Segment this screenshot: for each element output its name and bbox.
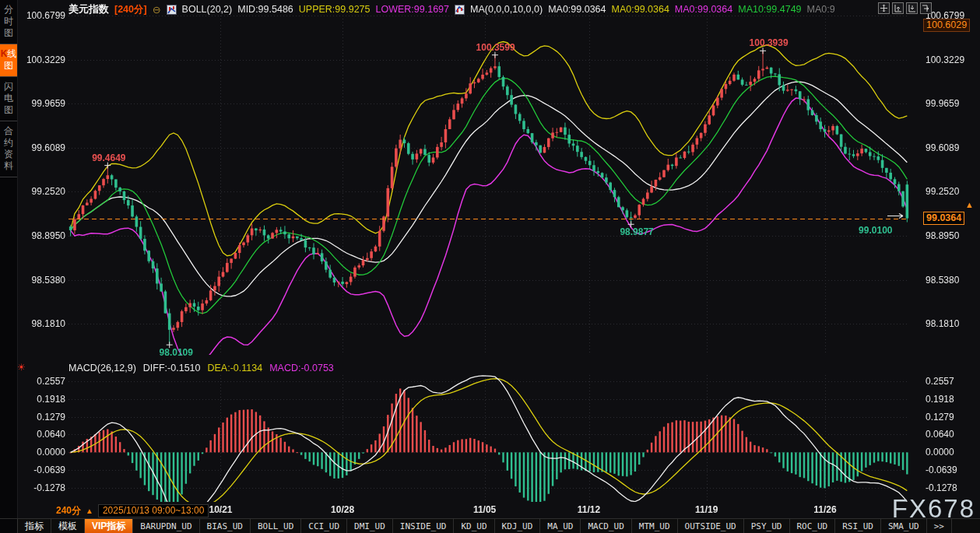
status-period-label[interactable]: 240分 [56, 504, 81, 517]
indicator-settings-icon[interactable]: ☀ [17, 362, 26, 373]
boll-lower-value: LOWER:99.1697 [376, 4, 450, 15]
app-window: 100.6799100.6799100.3229100.322999.96599… [0, 0, 980, 533]
indicator-tab[interactable]: KDJ_UD [495, 519, 541, 533]
session-range-box: 2025/10/13 09:00~13:00 [98, 504, 209, 517]
period-up-triangle-icon: ▲ [86, 507, 93, 515]
indicator-tab[interactable]: ROC_UD [790, 519, 836, 533]
chart-canvas[interactable] [0, 0, 980, 533]
compress-axis-icon[interactable] [892, 2, 904, 14]
chart-tools [878, 2, 932, 14]
indicator-tab-strip: BARUPDN_UDBIAS_UDBOLL_UDCCI_UDDMI_UDINSI… [133, 519, 926, 533]
macd-legend: MACD(26,12,9) DIFF:-0.1510 DEA:-0.1134 M… [68, 363, 334, 373]
tab-template[interactable]: 模板 [51, 519, 85, 533]
boll-indicator-icon[interactable] [167, 5, 177, 15]
indicator-tab[interactable]: BARUPDN_UD [133, 519, 199, 533]
sidebar-item-contract-info[interactable]: 合约资料 [0, 121, 17, 177]
indicator-tab[interactable]: BOLL_UD [251, 519, 301, 533]
ma0-yellow-value: MA0:99.0364 [612, 4, 669, 15]
ma0-grey-value: MA0:9 [807, 4, 835, 15]
macd-macd-value: MACD:-0.0753 [269, 363, 334, 373]
indicator-tab[interactable]: OUTSIDE_UD [678, 519, 744, 533]
shift-pane-icon[interactable] [920, 2, 932, 14]
ma-label: MA(0,0,0,10,0,0) [470, 4, 543, 15]
ma10-green-value: MA10:99.4749 [738, 4, 801, 15]
indicator-tab[interactable]: DMI_UD [347, 519, 393, 533]
symbol-name: 美元指数 [68, 2, 109, 16]
macd-diff-value: DIFF:-0.1510 [143, 363, 201, 373]
sidebar: 分时图 K线图 闪电图 合约资料 [0, 0, 18, 533]
toolbar-corner [0, 519, 18, 533]
macd-dea-value: DEA:-0.1134 [207, 363, 262, 373]
expand-axis-icon[interactable] [906, 2, 918, 14]
period-tag: [240分] [114, 3, 147, 16]
price-up-triangle-icon: ▲ [965, 200, 974, 209]
ma0-magenta-value: MA0:99.0364 [675, 4, 732, 15]
watermark: FX678 [892, 494, 975, 524]
macd-label: MACD(26,12,9) [68, 363, 136, 373]
sidebar-item-timeline-chart[interactable]: 分时图 [0, 0, 17, 44]
collapse-icon[interactable]: ⊖ [153, 4, 161, 16]
ma0-white-value: MA0:99.0364 [548, 4, 606, 15]
indicator-tab[interactable]: RSI_UD [835, 519, 881, 533]
indicator-tab[interactable]: MACD_UD [581, 519, 631, 533]
indicator-tab[interactable]: MTM_UD [632, 519, 678, 533]
session-dash: — [213, 506, 223, 517]
indicator-tab[interactable]: KD_UD [454, 519, 494, 533]
indicator-tab[interactable]: MA_UD [540, 519, 581, 533]
indicator-tab[interactable]: CCI_UD [301, 519, 347, 533]
boll-label: BOLL(20,2) [182, 4, 233, 15]
current-price-badge: 99.0364 [923, 212, 964, 225]
session-high-badge: 100.6029 [923, 19, 970, 32]
tab-vip-indicator[interactable]: VIP指标 [85, 519, 133, 533]
boll-upper-value: UPPER:99.9275 [299, 4, 371, 15]
boll-mid-value: MID:99.5486 [237, 4, 293, 15]
move-icon[interactable] [878, 2, 890, 14]
status-bar: 240分 ▲ 2025/10/13 09:00~13:00 — [56, 504, 223, 517]
bottom-toolbar: 指标 模板 VIP指标 BARUPDN_UDBIAS_UDBOLL_UDCCI_… [0, 518, 980, 533]
sidebar-item-kline-chart[interactable]: K线图 [0, 44, 17, 77]
indicator-tab[interactable]: INSIDE_UD [393, 519, 455, 533]
indicator-tab[interactable]: PSY_UD [744, 519, 790, 533]
ma-indicator-icon[interactable] [455, 5, 465, 15]
sidebar-item-flash-chart[interactable]: 闪电图 [0, 77, 17, 121]
indicator-tab[interactable]: BIAS_UD [200, 519, 251, 533]
tab-indicator[interactable]: 指标 [18, 519, 51, 533]
chart-legend: 美元指数 [240分] ⊖ BOLL(20,2) MID:99.5486 UPP… [68, 2, 874, 16]
